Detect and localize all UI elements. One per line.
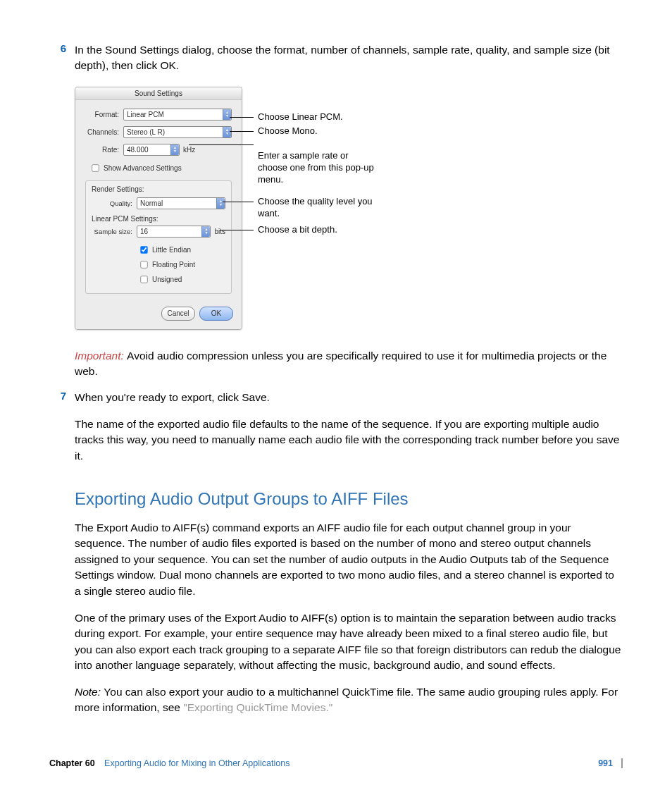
note-paragraph: Note: You can also export your audio to … [75,684,623,716]
important-text: Avoid audio compression unless you are s… [75,350,606,377]
section-p1: The Export Audio to AIFF(s) command expo… [75,520,623,599]
step-7: 7 When you're ready to export, click Sav… [49,390,623,405]
quality-row: Quality: Normal ▲▼ [92,197,225,209]
samplesize-value: 16 [140,228,148,235]
updown-icon: ▲▼ [170,144,179,155]
updown-icon: ▲▼ [201,226,210,237]
updown-icon: ▲▼ [223,109,231,120]
important-label: Important: [75,350,127,362]
format-select[interactable]: Linear PCM ▲▼ [123,109,232,121]
sound-settings-dialog: Sound Settings Format: Linear PCM ▲▼ Cha… [75,87,242,330]
little-endian-checkbox[interactable] [140,246,147,253]
rate-value: 48.000 [127,146,149,154]
little-endian-row[interactable]: Little Endian [137,243,225,257]
dialog-title: Sound Settings [75,87,242,100]
channels-value: Stereo (L R) [127,128,165,136]
format-row: Format: Linear PCM ▲▼ [85,109,232,121]
unsigned-checkbox[interactable] [140,276,147,283]
dialog-buttons: Cancel OK [75,301,242,329]
sound-settings-figure: Sound Settings Format: Linear PCM ▲▼ Cha… [75,87,525,330]
footer-page-number: 991 [584,758,613,768]
callout-bit-depth: Choose a bit depth. [258,224,399,236]
rate-row: Rate: 48.000 ▲▼ kHz [85,144,232,156]
callout-leader [230,131,254,132]
callout-leader [189,144,254,145]
callout-leader [220,230,254,230]
little-endian-label: Little Endian [152,246,191,254]
format-value: Linear PCM [127,111,164,118]
show-advanced-row[interactable]: Show Advanced Settings [88,161,232,175]
updown-icon: ▲▼ [216,198,225,209]
page: 6 In the Sound Settings dialog, choose t… [0,0,672,789]
note-label: Note: [75,686,104,698]
footer-title: Exporting Audio for Mixing in Other Appl… [104,758,290,768]
quality-value: Normal [140,199,163,207]
section-p2: One of the primary uses of the Export Au… [75,610,623,674]
pcm-settings-title: Linear PCM Settings: [92,215,225,223]
step-text: In the Sound Settings dialog, choose the… [75,42,623,74]
pcm-options: Little Endian Floating Point Unsigned [137,243,225,286]
note-link[interactable]: "Exporting QuickTime Movies." [183,701,332,713]
ok-button[interactable]: OK [199,307,233,321]
channels-select[interactable]: Stereo (L R) ▲▼ [123,126,232,138]
cancel-button[interactable]: Cancel [161,307,195,321]
floating-point-row[interactable]: Floating Point [137,258,225,271]
footer-chapter: Chapter 60 [49,758,95,768]
floating-point-label: Floating Point [152,261,195,269]
callout-quality: Choose the quality level you want. [258,196,378,220]
show-advanced-label: Show Advanced Settings [104,164,182,172]
samplesize-label: Sample size: [92,228,132,235]
dialog-body: Format: Linear PCM ▲▼ Channels: Stereo (… [75,100,242,301]
render-settings-title: Render Settings: [92,185,225,193]
rate-unit: kHz [183,146,195,154]
floating-point-checkbox[interactable] [140,261,147,268]
unsigned-label: Unsigned [152,276,182,283]
callout-leader [223,202,254,202]
page-footer: Chapter 60 Exporting Audio for Mixing in… [49,758,623,768]
quality-select[interactable]: Normal ▲▼ [137,197,225,209]
updown-icon: ▲▼ [223,127,231,137]
important-note: Important: Avoid audio compression unles… [75,348,623,380]
channels-row: Channels: Stereo (L R) ▲▼ [85,126,232,138]
step-number: 7 [49,390,66,405]
samplesize-unit: bits [214,228,225,235]
samplesize-row: Sample size: 16 ▲▼ bits [92,226,225,238]
show-advanced-checkbox[interactable] [92,164,99,171]
step-number: 6 [49,42,66,74]
channels-label: Channels: [85,128,119,136]
callout-mono: Choose Mono. [258,125,399,137]
samplesize-select[interactable]: 16 ▲▼ [137,226,211,238]
quality-label: Quality: [92,199,132,207]
step-6: 6 In the Sound Settings dialog, choose t… [49,42,623,74]
section-heading: Exporting Audio Output Groups to AIFF Fi… [75,489,623,509]
callout-sample-rate: Enter a sample rate or choose one from t… [258,150,378,186]
note-text: You can also export your audio to a mult… [75,686,618,713]
footer-left: Chapter 60 Exporting Audio for Mixing in… [49,758,290,768]
rate-input[interactable]: 48.000 ▲▼ [123,144,180,156]
unsigned-row[interactable]: Unsigned [137,273,225,286]
step-7-paragraph: The name of the exported audio file defa… [75,417,623,464]
settings-group: Render Settings: Quality: Normal ▲▼ Line… [85,180,232,294]
callout-linear-pcm: Choose Linear PCM. [258,111,399,123]
step-text: When you're ready to export, click Save. [75,390,623,405]
format-label: Format: [85,111,119,118]
rate-label: Rate: [85,146,119,154]
callout-leader [230,117,254,118]
